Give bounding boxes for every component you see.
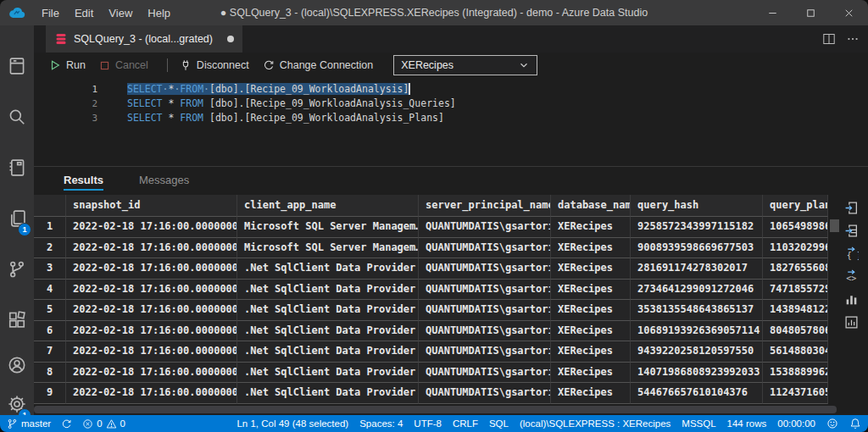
language-mode[interactable]: SQL [489,418,509,429]
column-header-query_plan_ha[interactable]: query_plan_ha [763,195,828,217]
activity-search[interactable] [0,91,34,142]
column-header-query_hash[interactable]: query_hash [631,195,763,217]
more-actions-icon[interactable] [846,32,860,46]
grid-cell[interactable]: QUANTUMDATIS\gsartori [419,363,551,384]
grid-cell[interactable]: 1124371605 [763,383,828,404]
code-line[interactable]: 2SELECT * FROM [dbo].[Recipe_09_Workload… [34,97,868,111]
menu-edit[interactable]: Edit [67,7,101,19]
activity-extensions[interactable] [0,295,34,346]
close-button[interactable] [830,0,868,25]
grid-cell[interactable]: XERecipes [551,280,631,301]
grid-cell[interactable]: QUANTUMDATIS\gsartori [419,238,551,259]
branch-indicator[interactable]: master [7,418,51,429]
grid-cell[interactable]: 1438948122 [763,300,828,321]
grid-cell[interactable]: .Net SqlClient Data Provider [237,258,419,280]
column-header-snapshot_id[interactable]: snapshot_id [66,195,237,217]
code-editor[interactable]: 1SELECT·*·FROM·[dbo].[Recipe_09_Workload… [34,78,868,170]
grid-cell[interactable]: 1103202996 [763,238,828,259]
column-header-client_app_name[interactable]: client_app_name [237,195,419,217]
grid-cell[interactable]: 2734641299091272046 [631,280,763,301]
grid-cell[interactable]: QUANTUMDATIS\gsartori [419,321,551,342]
connection-status[interactable]: (local)\SQLEXPRESS : XERecipes [520,418,670,429]
grid-cell[interactable]: XERecipes [551,217,631,238]
grid-cell[interactable]: 1538889962 [763,363,828,384]
grid-vertical-scrollbar-thumb[interactable] [830,219,839,232]
save-as-csv-button[interactable] [841,199,861,217]
feedback-button[interactable] [826,418,838,429]
grid-cell[interactable]: QUANTUMDATIS\gsartori [419,300,551,321]
grid-cell[interactable]: .Net SqlClient Data Provider [237,280,419,301]
menu-file[interactable]: File [34,7,67,19]
grid-cell[interactable]: 10689193926369057114 [631,321,763,342]
activity-source-control[interactable] [0,244,34,295]
grid-cell[interactable]: 2022-02-18 17:16:00.0000000 [66,321,237,342]
menu-view[interactable]: View [101,7,140,19]
row-number[interactable]: 1 [34,217,66,238]
minimize-button[interactable] [754,0,792,25]
notifications-button[interactable] [849,418,861,429]
grid-cell[interactable]: 2022-02-18 17:16:00.0000000 [66,383,237,404]
save-as-excel-button[interactable] [841,222,861,240]
grid-cell[interactable]: 2022-02-18 17:16:00.0000000 [66,300,237,321]
grid-cell[interactable]: .Net SqlClient Data Provider [237,321,419,342]
grid-cell[interactable]: .Net SqlClient Data Provider [237,383,419,404]
grid-cell[interactable]: 544676657610104376 [631,383,763,404]
save-as-json-button[interactable]: { } [841,245,861,263]
grid-cell[interactable]: 3538135548643865137 [631,300,763,321]
column-header-database_name[interactable]: database_name [551,195,631,217]
grid-cell[interactable]: QUANTUMDATIS\gsartori [419,341,551,363]
eol-setting[interactable]: CRLF [453,418,478,429]
cancel-button[interactable]: Cancel [99,59,148,71]
grid-cell[interactable]: 9258572343997115182 [631,217,763,238]
grid-cell[interactable]: 2022-02-18 17:16:00.0000000 [66,217,237,238]
grid-cell[interactable]: XERecipes [551,238,631,259]
grid-cell[interactable]: QUANTUMDATIS\gsartori [419,217,551,238]
provider-name[interactable]: MSSQL [682,418,715,429]
indentation-setting[interactable]: Spaces: 4 [359,418,403,429]
database-dropdown[interactable]: XERecipes [393,55,537,75]
grid-cell[interactable]: .Net SqlClient Data Provider [237,363,419,384]
activity-notebooks[interactable] [0,142,34,193]
grid-horizontal-scrollbar-thumb[interactable] [34,406,837,413]
problems-indicator[interactable]: 0 0 [82,418,125,429]
activity-account[interactable] [0,346,34,385]
activity-connections[interactable] [0,41,34,91]
row-number[interactable]: 7 [34,341,66,363]
grid-cell[interactable]: XERecipes [551,258,631,280]
grid-cell[interactable]: 14071986808923992033 [631,363,763,384]
code-line[interactable]: 3SELECT * FROM [dbo].[Recipe_09_Workload… [34,111,868,125]
row-number[interactable]: 4 [34,280,66,301]
row-number[interactable]: 8 [34,363,66,384]
grid-cell[interactable]: 5614880304 [763,341,828,363]
row-number[interactable]: 9 [34,383,66,404]
grid-cell[interactable]: 8048057806 [763,321,828,342]
grid-cell[interactable]: XERecipes [551,321,631,342]
run-button[interactable]: Run [49,59,86,71]
visualizer-button[interactable] [841,313,861,331]
menu-help[interactable]: Help [140,7,178,19]
save-as-xml-button[interactable]: <> [841,268,861,285]
tab-results[interactable]: Results [64,169,103,191]
grid-cell[interactable]: Microsoft SQL Server Managem… [237,217,419,238]
grid-cell[interactable]: 2022-02-18 17:16:00.0000000 [66,238,237,259]
tab-messages[interactable]: Messages [139,169,189,191]
grid-cell[interactable]: QUANTUMDATIS\gsartori [419,258,551,280]
grid-cell[interactable]: 9008939598669677503 [631,238,763,259]
row-number[interactable]: 3 [34,258,66,280]
grid-cell[interactable]: XERecipes [551,363,631,384]
grid-cell[interactable]: XERecipes [551,383,631,404]
sync-button[interactable] [61,418,72,429]
split-editor-icon[interactable] [822,32,836,46]
grid-cell[interactable]: 281691174278302017 [631,258,763,280]
tab-sqlquery3[interactable]: SQLQuery_3 - (local...grated) [46,25,242,53]
grid-cell[interactable]: 1827655608 [763,258,828,280]
code-line[interactable]: 1SELECT·*·FROM·[dbo].[Recipe_09_Workload… [34,82,868,97]
maximize-button[interactable] [792,0,830,25]
grid-cell[interactable]: .Net SqlClient Data Provider [237,300,419,321]
grid-cell[interactable]: 2022-02-18 17:16:00.0000000 [66,258,237,280]
grid-cell[interactable]: Microsoft SQL Server Managem… [237,238,419,259]
grid-cell[interactable]: 1065498986 [763,217,828,238]
row-number[interactable]: 6 [34,321,66,342]
grid-cell[interactable]: 2022-02-18 17:16:00.0000000 [66,341,237,363]
grid-cell[interactable]: 7471855729 [763,280,828,301]
